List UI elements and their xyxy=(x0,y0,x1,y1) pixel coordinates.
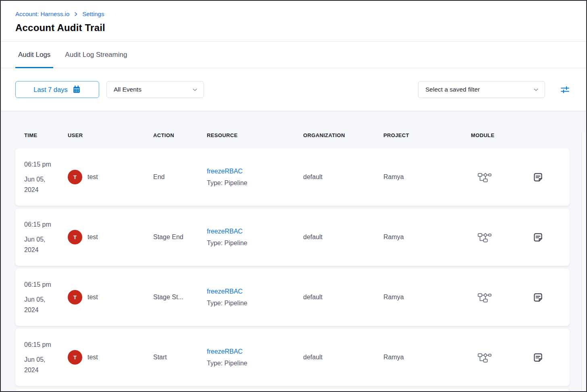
table-header-row: TIME USER ACTION RESOURCE ORGANIZATION P… xyxy=(15,111,570,138)
user-cell: T test xyxy=(68,290,153,304)
user-name: test xyxy=(87,234,98,241)
saved-filter-select[interactable]: Select a saved filter xyxy=(418,81,545,98)
audit-table: TIME USER ACTION RESOURCE ORGANIZATION P… xyxy=(1,111,586,391)
chevron-down-icon xyxy=(533,87,539,93)
resource-type: Type: Pipeline xyxy=(207,240,303,247)
event-date: Jun 05, 2024 xyxy=(24,174,53,195)
event-time: 06:15 pm xyxy=(24,279,68,290)
filter-panel-button[interactable] xyxy=(560,85,570,95)
tab-audit-logs[interactable]: Audit Logs xyxy=(15,42,53,68)
page-title: Account Audit Trail xyxy=(15,22,572,33)
date-range-button[interactable]: Last 7 days xyxy=(15,81,99,98)
col-header-user: USER xyxy=(68,132,153,138)
user-name: test xyxy=(87,294,98,301)
resource-link[interactable]: freezeRBAC xyxy=(207,348,303,355)
event-time: 06:15 pm xyxy=(24,219,68,230)
pipeline-flowchart-icon xyxy=(477,172,492,183)
note-icon[interactable] xyxy=(532,231,544,243)
action-cell: Start xyxy=(153,354,207,361)
date-range-label: Last 7 days xyxy=(33,86,67,94)
note-icon[interactable] xyxy=(532,352,544,363)
filter-bar: Last 7 days All Events Select a saved fi… xyxy=(1,68,586,111)
table-body: 06:15 pm Jun 05, 2024 T test End freezeR… xyxy=(15,148,570,391)
resource-type: Type: Pipeline xyxy=(207,300,303,307)
chevron-down-icon xyxy=(192,87,198,93)
page-header: Account: Harness.io Settings Account Aud… xyxy=(1,1,586,42)
avatar: T xyxy=(68,230,82,244)
resource-link[interactable]: freezeRBAC xyxy=(207,168,303,175)
table-row-partial xyxy=(15,389,570,391)
resource-cell: freezeRBAC Type: Pipeline xyxy=(207,228,303,247)
sliders-icon xyxy=(560,85,570,95)
vertical-scrollbar[interactable] xyxy=(581,132,585,391)
time-cell: 06:15 pm Jun 05, 2024 xyxy=(24,159,68,195)
event-date: Jun 05, 2024 xyxy=(24,294,53,315)
pipeline-flowchart-icon xyxy=(477,232,492,243)
project-cell: Ramya xyxy=(383,234,471,241)
event-type-select[interactable]: All Events xyxy=(106,81,204,98)
pipeline-flowchart-icon xyxy=(477,292,492,303)
calendar-icon xyxy=(72,85,81,94)
avatar: T xyxy=(68,290,82,304)
tab-audit-log-streaming[interactable]: Audit Log Streaming xyxy=(62,42,130,68)
table-row: 06:15 pm Jun 05, 2024 T test Stage End f… xyxy=(15,209,570,266)
event-time: 06:15 pm xyxy=(24,340,68,350)
time-cell: 06:15 pm Jun 05, 2024 xyxy=(24,279,68,315)
table-row: 06:15 pm Jun 05, 2024 T test Start freez… xyxy=(15,329,570,386)
user-name: test xyxy=(87,354,98,361)
chevron-right-icon xyxy=(73,11,79,17)
note-icon[interactable] xyxy=(532,292,544,303)
time-cell: 06:15 pm Jun 05, 2024 xyxy=(24,219,68,255)
col-header-module: MODULE xyxy=(471,132,524,138)
user-cell: T test xyxy=(68,230,153,244)
resource-type: Type: Pipeline xyxy=(207,360,303,367)
resource-type: Type: Pipeline xyxy=(207,179,303,187)
avatar: T xyxy=(68,350,82,365)
event-time: 06:15 pm xyxy=(24,159,68,170)
breadcrumb-account-link[interactable]: Account: Harness.io xyxy=(15,10,69,17)
action-cell: Stage End xyxy=(153,234,207,241)
resource-cell: freezeRBAC Type: Pipeline xyxy=(207,168,303,187)
resource-link[interactable]: freezeRBAC xyxy=(207,288,303,295)
breadcrumb-settings-link[interactable]: Settings xyxy=(82,10,104,17)
note-icon[interactable] xyxy=(532,171,544,183)
organization-cell: default xyxy=(303,294,383,301)
event-date: Jun 05, 2024 xyxy=(24,234,53,255)
event-type-value: All Events xyxy=(114,86,142,93)
event-date: Jun 05, 2024 xyxy=(24,354,53,375)
action-cell: Stage St... xyxy=(153,294,207,301)
resource-cell: freezeRBAC Type: Pipeline xyxy=(207,348,303,367)
col-header-project: PROJECT xyxy=(383,132,471,138)
table-row: 06:15 pm Jun 05, 2024 T test End freezeR… xyxy=(15,148,570,206)
action-cell: End xyxy=(153,173,207,181)
organization-cell: default xyxy=(303,354,383,361)
pipeline-flowchart-icon xyxy=(477,352,492,363)
resource-link[interactable]: freezeRBAC xyxy=(207,228,303,235)
breadcrumb: Account: Harness.io Settings xyxy=(15,10,572,17)
avatar: T xyxy=(68,170,82,184)
col-header-time: TIME xyxy=(24,132,68,138)
time-cell: 06:15 pm Jun 05, 2024 xyxy=(24,340,68,375)
user-name: test xyxy=(87,173,98,181)
project-cell: Ramya xyxy=(383,173,471,181)
user-cell: T test xyxy=(68,350,153,365)
table-row: 06:15 pm Jun 05, 2024 T test Stage St...… xyxy=(15,269,570,326)
organization-cell: default xyxy=(303,234,383,241)
user-cell: T test xyxy=(68,170,153,184)
tabs-bar: Audit Logs Audit Log Streaming xyxy=(1,42,586,68)
col-header-resource: RESOURCE xyxy=(207,132,303,138)
resource-cell: freezeRBAC Type: Pipeline xyxy=(207,288,303,307)
col-header-action: ACTION xyxy=(153,132,207,138)
project-cell: Ramya xyxy=(383,354,471,361)
col-header-organization: ORGANIZATION xyxy=(303,132,383,138)
account-audit-trail-page: Account: Harness.io Settings Account Aud… xyxy=(0,0,587,392)
project-cell: Ramya xyxy=(383,294,471,301)
saved-filter-placeholder: Select a saved filter xyxy=(425,86,480,93)
organization-cell: default xyxy=(303,173,383,181)
